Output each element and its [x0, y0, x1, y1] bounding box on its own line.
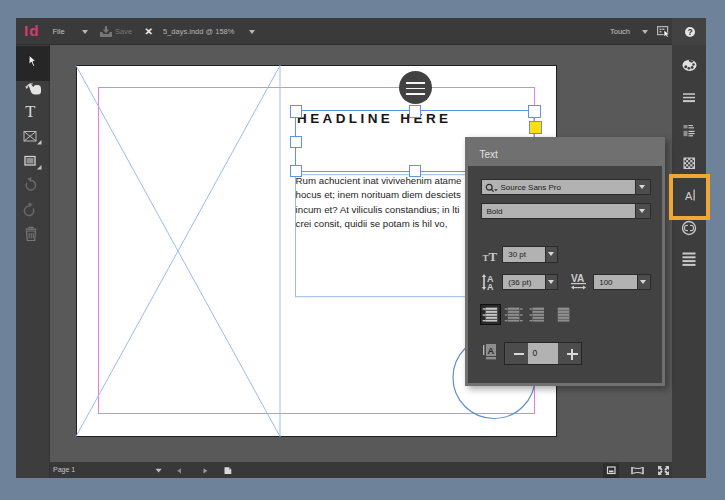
svg-text:VA: VA	[571, 273, 584, 284]
svg-text:A: A	[487, 345, 494, 355]
svg-text:T: T	[25, 102, 35, 121]
svg-text:A: A	[487, 282, 494, 292]
